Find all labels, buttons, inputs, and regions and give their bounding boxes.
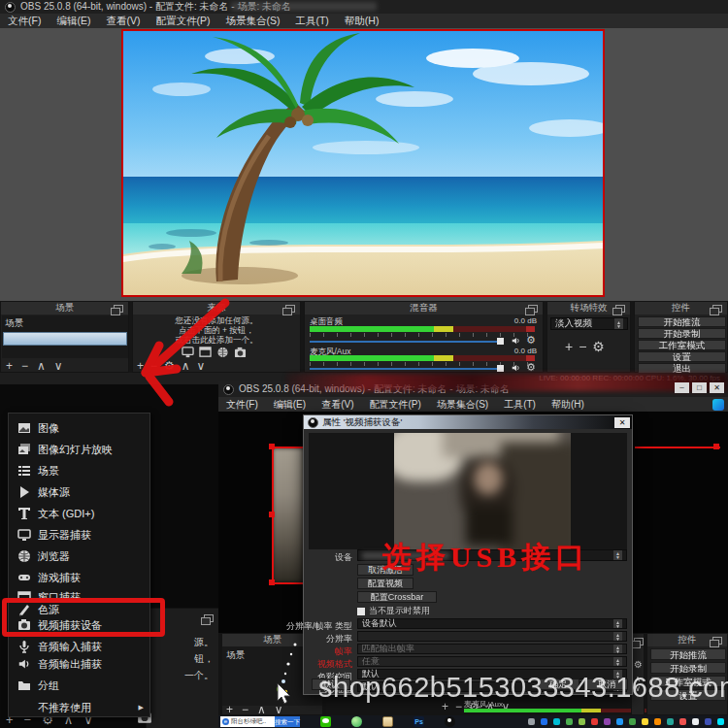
- menu-profile[interactable]: 配置文件(P): [361, 398, 428, 412]
- search-button[interactable]: 搜索一下: [275, 716, 300, 727]
- controls-header[interactable]: 控件: [635, 302, 727, 314]
- speaker-icon[interactable]: [511, 363, 521, 373]
- dock-app-icon[interactable]: [712, 399, 724, 411]
- ctx-item-scene[interactable]: 场景: [9, 461, 149, 480]
- photoshop-taskbar-icon[interactable]: Ps: [414, 716, 424, 727]
- transitions-header[interactable]: 转场特效: [547, 302, 630, 314]
- tray-icon[interactable]: [717, 718, 724, 725]
- menu-edit[interactable]: 编辑(E): [266, 398, 314, 412]
- tray-icon[interactable]: [591, 718, 598, 725]
- ctx-item-slideshow[interactable]: 图像幻灯片放映: [9, 440, 149, 459]
- scenes-header[interactable]: 场景: [1, 302, 128, 314]
- menu-scene-collection[interactable]: 场景集合(S): [429, 398, 496, 412]
- selection-handle[interactable]: [713, 444, 719, 449]
- menu-tools[interactable]: 工具(T): [287, 15, 336, 28]
- mixer-header[interactable]: 混音器: [305, 302, 543, 314]
- menu-file[interactable]: 文件(F): [218, 398, 266, 412]
- settings-button[interactable]: 设置: [638, 351, 726, 362]
- popout-icon[interactable]: [114, 305, 123, 313]
- menu-help[interactable]: 帮助(H): [544, 398, 592, 412]
- menu-view[interactable]: 查看(V): [98, 15, 148, 28]
- volume-slider-handle[interactable]: [497, 338, 504, 345]
- res-fps-type-select[interactable]: 设备默认▲▼: [357, 618, 627, 629]
- popout-icon[interactable]: [285, 305, 295, 313]
- tray-icon[interactable]: [654, 718, 661, 725]
- menu-edit[interactable]: 编辑(E): [49, 15, 98, 28]
- taskbar-search-box[interactable]: e 阳台杉绿吧..: [220, 716, 275, 727]
- notepad-taskbar-icon[interactable]: [382, 716, 393, 727]
- studio-mode-button[interactable]: 工作室模式: [638, 340, 726, 350]
- scene-list-item[interactable]: 场景: [2, 315, 128, 330]
- popout-icon[interactable]: [712, 305, 722, 313]
- volume-slider[interactable]: [310, 368, 504, 370]
- ctx-item-audio-input-capture[interactable]: 音频输入捕获: [9, 637, 149, 656]
- mixer-gear-icon[interactable]: ⚙: [526, 334, 536, 347]
- start-streaming-button[interactable]: 开始推流: [650, 648, 726, 660]
- sources-header[interactable]: 来源: [133, 302, 300, 314]
- tray-icon[interactable]: [604, 718, 611, 725]
- scene-rename-field[interactable]: [3, 332, 127, 346]
- menu-file[interactable]: 文件(F): [0, 15, 49, 28]
- tray-icon[interactable]: [629, 718, 636, 725]
- popout-icon[interactable]: [528, 305, 538, 313]
- transition-select[interactable]: 淡入视频▲▼: [550, 317, 628, 330]
- volume-slider-handle[interactable]: [497, 365, 504, 372]
- ctx-item-text-gdi[interactable]: 文本 (GDI+): [9, 504, 149, 523]
- popout-icon[interactable]: [615, 305, 625, 313]
- sources-toolbar[interactable]: +−⚙∧∨: [137, 359, 212, 373]
- browser-taskbar-icon[interactable]: [351, 716, 362, 727]
- tray-icon[interactable]: [579, 718, 585, 725]
- checkbox-icon[interactable]: [357, 608, 365, 615]
- tray-icon[interactable]: [528, 718, 535, 725]
- video-format-select[interactable]: 任意▲▼: [357, 656, 627, 667]
- wechat-taskbar-icon[interactable]: [320, 716, 331, 727]
- tray-icon[interactable]: [642, 718, 648, 725]
- menu-help[interactable]: 帮助(H): [337, 15, 387, 28]
- window1-titlebar[interactable]: OBS 25.0.8 (64-bit, windows) - 配置文件: 未命名…: [0, 0, 728, 14]
- popout-icon[interactable]: [712, 637, 722, 645]
- fps-select[interactable]: 匹配输出帧率▲▼: [357, 644, 627, 654]
- menu-profile[interactable]: 配置文件(P): [148, 15, 217, 28]
- tray-icon[interactable]: [616, 718, 623, 725]
- maximize-button[interactable]: □: [692, 382, 707, 393]
- tray-icon[interactable]: [667, 718, 674, 725]
- tray-icon[interactable]: [705, 718, 711, 725]
- menu-scene-collection[interactable]: 场景集合(S): [217, 15, 287, 28]
- tray-icon[interactable]: [679, 718, 686, 725]
- gear-icon[interactable]: ⚙: [634, 659, 643, 670]
- ctx-item-game-capture[interactable]: 游戏捕获: [9, 568, 149, 587]
- ctx-item-group[interactable]: 分组: [9, 676, 149, 695]
- deactivate-when-not-showing-checkbox[interactable]: 当不显示时禁用: [357, 605, 430, 617]
- ctx-item-browser[interactable]: 浏览器: [9, 546, 149, 566]
- selection-handle[interactable]: [269, 444, 275, 449]
- menu-tools[interactable]: 工具(T): [496, 398, 544, 412]
- resolution-select[interactable]: ▲▼: [357, 631, 627, 642]
- transitions-toolbar[interactable]: +−⚙: [565, 339, 611, 354]
- menu-view[interactable]: 查看(V): [314, 398, 361, 412]
- dialog-close-button[interactable]: ✕: [614, 417, 630, 428]
- volume-slider[interactable]: [310, 341, 504, 343]
- ctx-item-audio-output-capture[interactable]: 音频输出捕获: [9, 654, 149, 674]
- speaker-icon[interactable]: [511, 336, 521, 346]
- scenes-toolbar[interactable]: +−∧∨: [6, 359, 72, 373]
- ctx-item-media-source[interactable]: 媒体源: [9, 482, 149, 502]
- configure-crossbar-button[interactable]: 配置Crossbar: [357, 591, 437, 603]
- tray-icon[interactable]: [566, 718, 573, 725]
- configure-video-button[interactable]: 配置视频: [357, 578, 414, 589]
- selection-handle[interactable]: [269, 579, 275, 585]
- ctx-item-display-capture[interactable]: 显示器捕获: [9, 525, 149, 545]
- controls-header[interactable]: 控件: [647, 634, 727, 646]
- close-button[interactable]: ✕: [710, 382, 724, 393]
- obs-taskbar-icon[interactable]: [445, 716, 455, 727]
- ctx-item-deprecated[interactable]: 不推荐使用▶: [9, 698, 149, 717]
- selection-handle[interactable]: [269, 512, 275, 517]
- start-recording-button[interactable]: 开始录制: [638, 328, 726, 339]
- tray-icon[interactable]: [541, 718, 547, 725]
- tray-icon[interactable]: [553, 718, 560, 725]
- popout-icon[interactable]: [634, 638, 644, 645]
- dialog-titlebar[interactable]: 属性 '视频捕获设备' ✕: [304, 415, 632, 429]
- minimize-button[interactable]: –: [675, 382, 689, 393]
- tray-icon[interactable]: [692, 718, 699, 725]
- start-streaming-button[interactable]: 开始推流: [638, 316, 726, 327]
- ctx-item-image[interactable]: 图像: [9, 418, 149, 438]
